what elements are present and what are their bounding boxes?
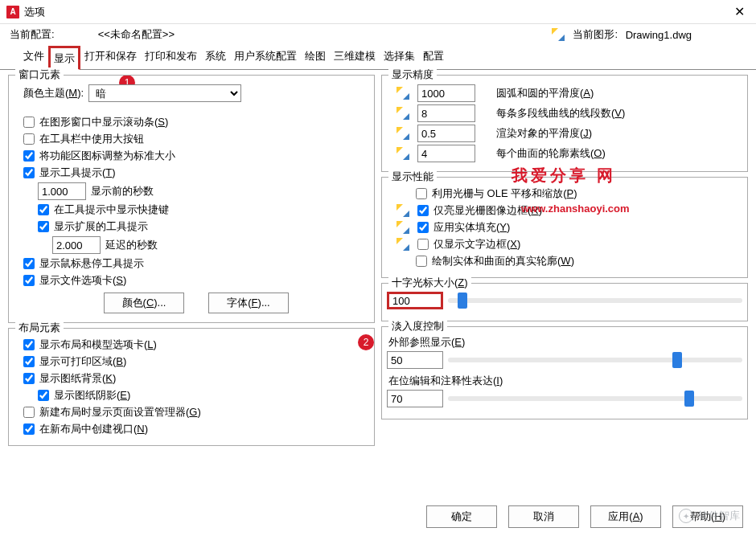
chk-shortcuts[interactable] [38, 204, 49, 215]
lbl-paper-shadow: 显示图纸阴影(E) [54, 388, 130, 403]
info-row: 当前配置: <<未命名配置>> 当前图形: Drawing1.dwg [0, 24, 756, 45]
chk-rollover[interactable] [23, 258, 35, 269]
tab-user[interactable]: 用户系统配置 [230, 45, 301, 69]
lbl-filetabs: 显示文件选项卡(S) [39, 273, 126, 288]
group-window-elements: 窗口元素 颜色主题(M): 暗 在图形窗口中显示滚动条(S) 在工具栏中使用大按… [8, 75, 375, 323]
chk-pan-zoom[interactable] [416, 188, 427, 199]
wechat-icon: ✦ [679, 509, 693, 523]
lbl-contour: 每个曲面的轮廓素线(O) [496, 146, 606, 161]
lbl-solid-fill: 应用实体填充(Y) [433, 220, 510, 235]
group-title: 布局元素 [15, 321, 64, 335]
lbl-seconds-display: 显示前的秒数 [91, 184, 154, 198]
group-title: 淡入度控制 [388, 319, 447, 333]
tab-file[interactable]: 文件 [19, 45, 48, 69]
app-icon: A [6, 6, 19, 18]
tab-selection[interactable]: 选择集 [380, 45, 419, 69]
dwg-icon [396, 107, 409, 120]
dwg-icon [396, 147, 409, 160]
input-edit[interactable] [387, 390, 443, 407]
watermark: ✦ 软件智库 [679, 509, 740, 523]
tab-3d[interactable]: 三维建模 [330, 45, 380, 69]
lbl-render: 渲染对象的平滑度(J) [496, 126, 592, 141]
title-bar: A 选项 ✕ [0, 0, 756, 24]
dwg-icon [396, 87, 409, 100]
tab-bar: 文件 显示 打开和保存 打印和发布 系统 用户系统配置 绘图 三维建模 选择集 … [0, 45, 756, 70]
chk-page-setup[interactable] [23, 407, 35, 418]
chk-ribbon-standard[interactable] [23, 150, 35, 162]
slider-edit[interactable] [448, 396, 742, 401]
chk-paper-bg[interactable] [23, 373, 35, 384]
drawing-label: 当前图形: [573, 27, 618, 42]
input-render[interactable] [417, 125, 475, 142]
chk-paper-shadow[interactable] [38, 390, 49, 401]
overlay-text-1: 我爱分享 网 [512, 165, 616, 186]
chk-filetabs[interactable] [23, 275, 35, 286]
lbl-scrollbars: 在图形窗口中显示滚动条(S) [39, 115, 168, 129]
apply-button[interactable]: 应用(A) [590, 505, 661, 528]
chk-layout-tabs[interactable] [23, 339, 35, 350]
lbl-edit: 在位编辑和注释性表达(I) [388, 374, 742, 388]
lbl-printable: 显示可打印区域(B) [39, 354, 126, 369]
chk-highlight[interactable] [417, 205, 429, 216]
lbl-ribbon-standard: 将功能区图标调整为标准大小 [39, 149, 175, 163]
close-icon[interactable]: ✕ [729, 4, 750, 19]
tab-system[interactable]: 系统 [201, 45, 230, 69]
dwg-icon [396, 238, 409, 251]
group-title: 窗口元素 [15, 68, 64, 82]
input-seconds-display[interactable] [38, 182, 86, 200]
lbl-tooltips: 显示工具提示(T) [39, 166, 116, 180]
tab-print[interactable]: 打印和发布 [141, 45, 201, 69]
lbl-extended: 显示扩展的工具提示 [54, 219, 148, 234]
color-theme-label: 颜色主题(M): [23, 86, 84, 100]
group-crosshair: 十字光标大小(Z) [381, 283, 748, 321]
input-delay-seconds[interactable] [52, 236, 101, 254]
slider-xref[interactable] [448, 358, 742, 362]
cancel-button[interactable]: 取消 [508, 505, 579, 528]
color-theme-select[interactable]: 暗 [88, 84, 241, 102]
dwg-icon [396, 127, 409, 140]
slider-crosshair[interactable] [448, 298, 742, 303]
lbl-viewport: 在新布局中创建视口(N) [39, 422, 148, 436]
lbl-delay-seconds: 延迟的秒数 [105, 238, 158, 252]
group-display-performance: 显示性能 利用光栅与 OLE 平移和缩放(P) 仅亮显光栅图像边框(R) 应用实… [381, 177, 748, 278]
profile-label: 当前配置: [10, 27, 55, 42]
chk-large-buttons[interactable] [23, 133, 35, 145]
lbl-shortcuts: 在工具提示中显示快捷键 [54, 203, 169, 217]
dwg-icon [552, 28, 565, 41]
overlay-text-2: www.zhanshaoyi.com [521, 203, 630, 215]
input-contour[interactable] [417, 145, 475, 162]
lbl-seg: 每条多段线曲线的线段数(V) [496, 106, 625, 121]
chk-true-sil[interactable] [416, 256, 427, 267]
chk-text-frame[interactable] [417, 239, 429, 250]
tab-drafting[interactable]: 绘图 [301, 45, 330, 69]
input-seg[interactable] [417, 104, 475, 122]
chk-tooltips[interactable] [23, 167, 35, 178]
chk-printable[interactable] [23, 356, 35, 367]
dwg-icon [396, 204, 409, 217]
lbl-xref: 外部参照显示(E) [388, 335, 742, 350]
lbl-paper-bg: 显示图纸背景(K) [39, 371, 116, 386]
tab-open-save[interactable]: 打开和保存 [80, 45, 141, 69]
chk-solid-fill[interactable] [417, 222, 429, 233]
group-title: 十字光标大小(Z) [388, 276, 471, 290]
group-layout-elements: 布局元素 显示布局和模型选项卡(L) 显示可打印区域(B) 显示图纸背景(K) … [8, 328, 375, 446]
colors-button[interactable]: 颜色(C)... [104, 293, 184, 313]
dwg-icon [396, 221, 409, 234]
ok-button[interactable]: 确定 [426, 505, 497, 528]
input-crosshair-size[interactable] [387, 292, 443, 309]
group-title: 显示精度 [388, 68, 437, 82]
tab-profiles[interactable]: 配置 [419, 45, 448, 69]
fonts-button[interactable]: 字体(F)... [208, 293, 289, 313]
input-xref[interactable] [387, 351, 443, 369]
input-arc[interactable] [417, 84, 475, 102]
lbl-page-setup: 新建布局时显示页面设置管理器(G) [39, 405, 201, 419]
chk-extended[interactable] [38, 221, 49, 232]
group-title: 显示性能 [388, 170, 437, 184]
chk-scrollbars[interactable] [23, 117, 35, 128]
lbl-true-sil: 绘制实体和曲面的真实轮廓(W) [432, 254, 574, 268]
lbl-arc: 圆弧和圆的平滑度(A) [496, 86, 594, 100]
chk-viewport[interactable] [23, 423, 35, 435]
profile-value: <<未命名配置>> [98, 27, 175, 42]
lbl-rollover: 显示鼠标悬停工具提示 [39, 256, 144, 271]
tab-display[interactable]: 显示 [48, 46, 80, 70]
